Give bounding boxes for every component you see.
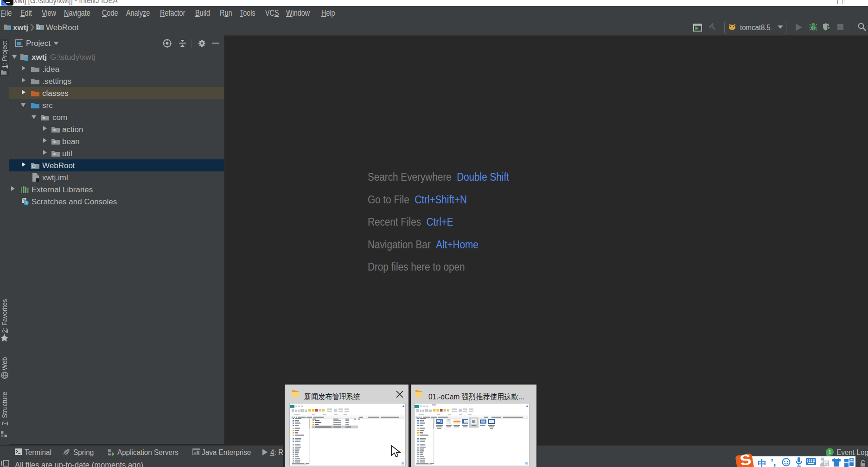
svg-text:15: 15 — [824, 462, 829, 466]
